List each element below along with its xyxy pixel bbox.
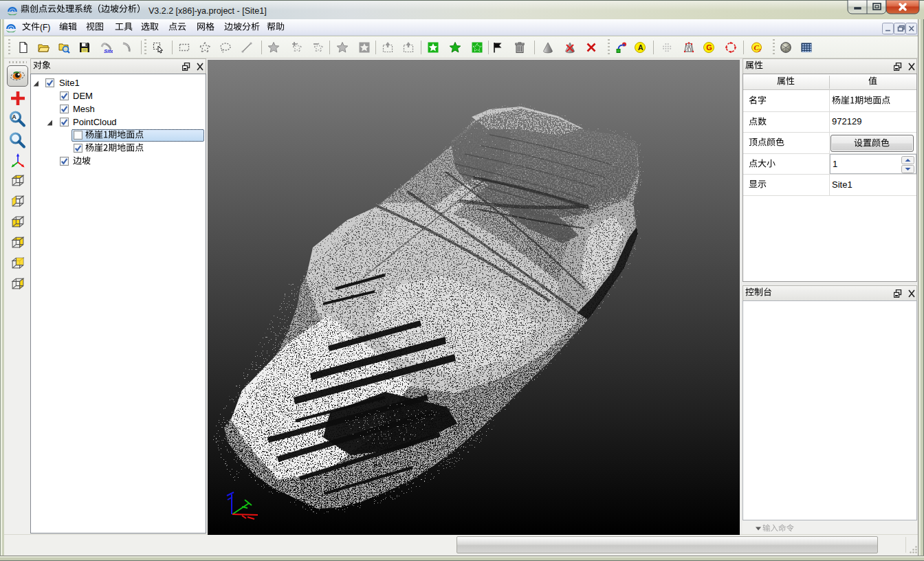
svg-text:2: 2 — [758, 47, 761, 53]
svg-text:G: G — [706, 43, 712, 52]
svg-text:Site: Site — [104, 48, 113, 54]
svg-text:A: A — [12, 113, 16, 120]
svg-text:A: A — [638, 43, 644, 52]
